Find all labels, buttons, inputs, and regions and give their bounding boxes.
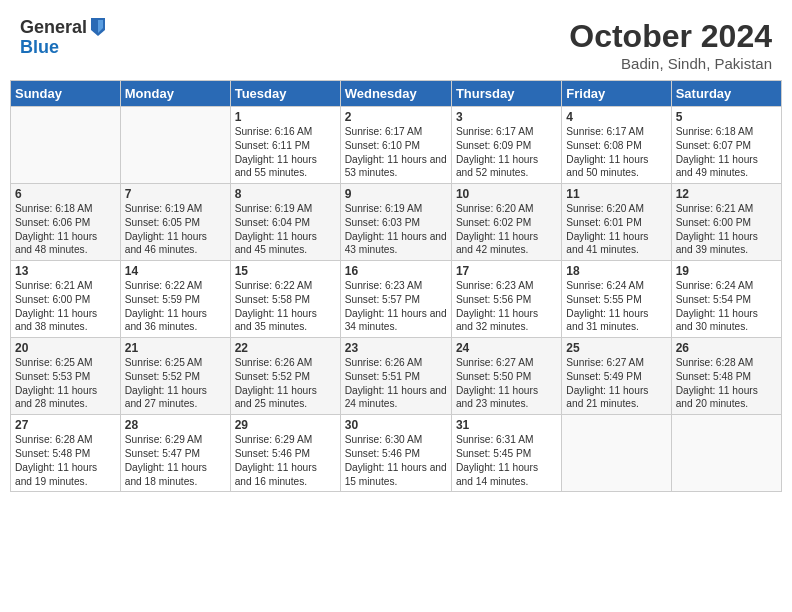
calendar-day-cell: 6Sunrise: 6:18 AM Sunset: 6:06 PM Daylig… [11,184,121,261]
day-number: 18 [566,264,666,278]
calendar-day-cell: 8Sunrise: 6:19 AM Sunset: 6:04 PM Daylig… [230,184,340,261]
day-info: Sunrise: 6:20 AM Sunset: 6:01 PM Dayligh… [566,202,666,257]
day-info: Sunrise: 6:26 AM Sunset: 5:51 PM Dayligh… [345,356,447,411]
day-number: 10 [456,187,557,201]
day-number: 16 [345,264,447,278]
day-info: Sunrise: 6:21 AM Sunset: 6:00 PM Dayligh… [676,202,777,257]
logo: General Blue [20,18,107,58]
day-number: 29 [235,418,336,432]
calendar-day-cell: 15Sunrise: 6:22 AM Sunset: 5:58 PM Dayli… [230,261,340,338]
day-info: Sunrise: 6:17 AM Sunset: 6:10 PM Dayligh… [345,125,447,180]
month-title: October 2024 [569,18,772,55]
day-number: 2 [345,110,447,124]
day-number: 24 [456,341,557,355]
day-number: 14 [125,264,226,278]
day-info: Sunrise: 6:17 AM Sunset: 6:09 PM Dayligh… [456,125,557,180]
calendar-day-cell [562,415,671,492]
day-info: Sunrise: 6:23 AM Sunset: 5:57 PM Dayligh… [345,279,447,334]
calendar-day-cell: 7Sunrise: 6:19 AM Sunset: 6:05 PM Daylig… [120,184,230,261]
weekday-header-cell: Thursday [451,81,561,107]
calendar-day-cell: 4Sunrise: 6:17 AM Sunset: 6:08 PM Daylig… [562,107,671,184]
day-info: Sunrise: 6:30 AM Sunset: 5:46 PM Dayligh… [345,433,447,488]
day-info: Sunrise: 6:24 AM Sunset: 5:54 PM Dayligh… [676,279,777,334]
day-number: 22 [235,341,336,355]
weekday-header-cell: Wednesday [340,81,451,107]
location-title: Badin, Sindh, Pakistan [569,55,772,72]
day-number: 7 [125,187,226,201]
calendar-week-row: 20Sunrise: 6:25 AM Sunset: 5:53 PM Dayli… [11,338,782,415]
calendar-day-cell: 21Sunrise: 6:25 AM Sunset: 5:52 PM Dayli… [120,338,230,415]
calendar-body: 1Sunrise: 6:16 AM Sunset: 6:11 PM Daylig… [11,107,782,492]
calendar-day-cell: 11Sunrise: 6:20 AM Sunset: 6:01 PM Dayli… [562,184,671,261]
day-info: Sunrise: 6:20 AM Sunset: 6:02 PM Dayligh… [456,202,557,257]
day-number: 1 [235,110,336,124]
day-number: 15 [235,264,336,278]
day-info: Sunrise: 6:29 AM Sunset: 5:46 PM Dayligh… [235,433,336,488]
day-number: 4 [566,110,666,124]
calendar-day-cell: 17Sunrise: 6:23 AM Sunset: 5:56 PM Dayli… [451,261,561,338]
title-block: October 2024 Badin, Sindh, Pakistan [569,18,772,72]
logo-blue-text: Blue [20,38,107,58]
calendar-week-row: 27Sunrise: 6:28 AM Sunset: 5:48 PM Dayli… [11,415,782,492]
calendar-day-cell [120,107,230,184]
day-number: 9 [345,187,447,201]
weekday-header-cell: Saturday [671,81,781,107]
calendar-day-cell: 14Sunrise: 6:22 AM Sunset: 5:59 PM Dayli… [120,261,230,338]
calendar-day-cell: 25Sunrise: 6:27 AM Sunset: 5:49 PM Dayli… [562,338,671,415]
day-number: 12 [676,187,777,201]
calendar-day-cell: 3Sunrise: 6:17 AM Sunset: 6:09 PM Daylig… [451,107,561,184]
day-info: Sunrise: 6:27 AM Sunset: 5:49 PM Dayligh… [566,356,666,411]
calendar-week-row: 6Sunrise: 6:18 AM Sunset: 6:06 PM Daylig… [11,184,782,261]
day-info: Sunrise: 6:18 AM Sunset: 6:07 PM Dayligh… [676,125,777,180]
calendar-day-cell: 27Sunrise: 6:28 AM Sunset: 5:48 PM Dayli… [11,415,121,492]
day-number: 6 [15,187,116,201]
day-number: 25 [566,341,666,355]
day-info: Sunrise: 6:19 AM Sunset: 6:03 PM Dayligh… [345,202,447,257]
day-number: 13 [15,264,116,278]
day-info: Sunrise: 6:31 AM Sunset: 5:45 PM Dayligh… [456,433,557,488]
day-info: Sunrise: 6:18 AM Sunset: 6:06 PM Dayligh… [15,202,116,257]
day-number: 19 [676,264,777,278]
day-info: Sunrise: 6:28 AM Sunset: 5:48 PM Dayligh… [676,356,777,411]
calendar-day-cell: 20Sunrise: 6:25 AM Sunset: 5:53 PM Dayli… [11,338,121,415]
calendar-day-cell: 9Sunrise: 6:19 AM Sunset: 6:03 PM Daylig… [340,184,451,261]
calendar-table: SundayMondayTuesdayWednesdayThursdayFrid… [10,80,782,492]
calendar-day-cell: 24Sunrise: 6:27 AM Sunset: 5:50 PM Dayli… [451,338,561,415]
calendar-day-cell [671,415,781,492]
day-info: Sunrise: 6:17 AM Sunset: 6:08 PM Dayligh… [566,125,666,180]
calendar-day-cell: 26Sunrise: 6:28 AM Sunset: 5:48 PM Dayli… [671,338,781,415]
day-number: 8 [235,187,336,201]
calendar-day-cell: 2Sunrise: 6:17 AM Sunset: 6:10 PM Daylig… [340,107,451,184]
calendar-day-cell: 16Sunrise: 6:23 AM Sunset: 5:57 PM Dayli… [340,261,451,338]
calendar-day-cell [11,107,121,184]
weekday-header-cell: Friday [562,81,671,107]
calendar-week-row: 1Sunrise: 6:16 AM Sunset: 6:11 PM Daylig… [11,107,782,184]
day-info: Sunrise: 6:25 AM Sunset: 5:53 PM Dayligh… [15,356,116,411]
calendar-day-cell: 10Sunrise: 6:20 AM Sunset: 6:02 PM Dayli… [451,184,561,261]
weekday-header-row: SundayMondayTuesdayWednesdayThursdayFrid… [11,81,782,107]
calendar-day-cell: 23Sunrise: 6:26 AM Sunset: 5:51 PM Dayli… [340,338,451,415]
weekday-header-cell: Sunday [11,81,121,107]
calendar-day-cell: 30Sunrise: 6:30 AM Sunset: 5:46 PM Dayli… [340,415,451,492]
day-info: Sunrise: 6:19 AM Sunset: 6:05 PM Dayligh… [125,202,226,257]
weekday-header-cell: Monday [120,81,230,107]
day-info: Sunrise: 6:16 AM Sunset: 6:11 PM Dayligh… [235,125,336,180]
day-info: Sunrise: 6:23 AM Sunset: 5:56 PM Dayligh… [456,279,557,334]
day-info: Sunrise: 6:24 AM Sunset: 5:55 PM Dayligh… [566,279,666,334]
calendar-day-cell: 19Sunrise: 6:24 AM Sunset: 5:54 PM Dayli… [671,261,781,338]
day-info: Sunrise: 6:19 AM Sunset: 6:04 PM Dayligh… [235,202,336,257]
calendar-day-cell: 28Sunrise: 6:29 AM Sunset: 5:47 PM Dayli… [120,415,230,492]
day-number: 28 [125,418,226,432]
day-info: Sunrise: 6:26 AM Sunset: 5:52 PM Dayligh… [235,356,336,411]
day-number: 17 [456,264,557,278]
day-info: Sunrise: 6:27 AM Sunset: 5:50 PM Dayligh… [456,356,557,411]
weekday-header-cell: Tuesday [230,81,340,107]
calendar-day-cell: 13Sunrise: 6:21 AM Sunset: 6:00 PM Dayli… [11,261,121,338]
day-info: Sunrise: 6:28 AM Sunset: 5:48 PM Dayligh… [15,433,116,488]
calendar-day-cell: 12Sunrise: 6:21 AM Sunset: 6:00 PM Dayli… [671,184,781,261]
day-number: 5 [676,110,777,124]
day-number: 21 [125,341,226,355]
calendar-day-cell: 5Sunrise: 6:18 AM Sunset: 6:07 PM Daylig… [671,107,781,184]
day-number: 26 [676,341,777,355]
day-info: Sunrise: 6:21 AM Sunset: 6:00 PM Dayligh… [15,279,116,334]
